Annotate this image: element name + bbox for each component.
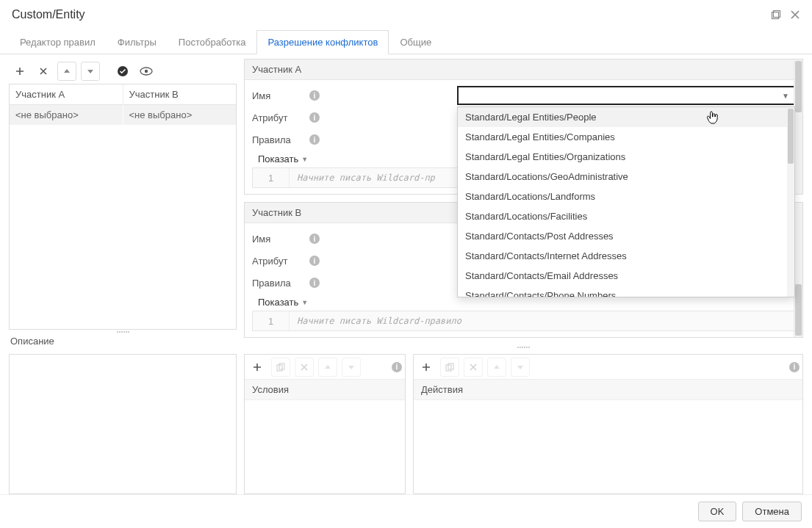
grid-row[interactable]: <не выбрано> <не выбрано>	[10, 105, 236, 125]
info-icon[interactable]: i	[392, 362, 402, 372]
info-icon[interactable]: i	[309, 112, 320, 123]
maximize-icon[interactable]	[766, 5, 786, 24]
conditions-title: Условия	[245, 380, 405, 400]
add-button[interactable]	[248, 358, 267, 377]
info-icon[interactable]: i	[309, 234, 320, 244]
dropdown-item[interactable]: Standard/Locations/Landforms	[458, 187, 794, 206]
preview-icon[interactable]	[137, 62, 156, 81]
ok-button[interactable]: OK	[698, 502, 737, 521]
show-label: Показать	[258, 297, 298, 308]
field-label-name: Имя	[252, 90, 303, 101]
dropdown-item[interactable]: Standard/Locations/GeoAdministrative	[458, 167, 794, 187]
actions-toolbar: i	[414, 355, 802, 380]
check-icon[interactable]	[113, 62, 132, 81]
dropdown-item[interactable]: Standard/Contacts/Post Addresses	[458, 226, 794, 246]
chevron-down-icon: ▼	[301, 299, 308, 306]
participant-a-panel: Участник А Имя i ▼ Standard/Legal Entiti…	[244, 59, 803, 195]
move-up-button[interactable]	[487, 358, 506, 377]
info-icon[interactable]: i	[309, 134, 320, 145]
actions-list	[414, 400, 802, 493]
dialog-footer: OK Отмена	[0, 494, 812, 528]
move-up-button[interactable]	[318, 358, 337, 377]
field-label-rules: Правила	[252, 134, 303, 145]
field-label-attribute: Атрибут	[252, 256, 303, 267]
dropdown-item[interactable]: Standard/Legal Entities/Organizations	[458, 147, 794, 167]
field-label-attribute: Атрибут	[252, 112, 303, 123]
move-down-button[interactable]	[342, 358, 361, 377]
svg-point-4	[145, 70, 148, 73]
line-number: 1	[253, 311, 290, 330]
participants-toolbar	[9, 59, 237, 84]
grid-cell: <не выбрано>	[10, 105, 123, 125]
svg-rect-0	[772, 12, 779, 19]
delete-button[interactable]	[464, 358, 483, 377]
dropdown-item[interactable]: Standard/Legal Entities/Companies	[458, 127, 794, 147]
dropdown-item[interactable]: Standard/Locations/Facilities	[458, 206, 794, 226]
titlebar: Custom/Entity	[0, 0, 812, 29]
svg-rect-1	[774, 11, 780, 18]
show-label: Показать	[258, 153, 298, 164]
move-up-button[interactable]	[57, 62, 76, 81]
show-button[interactable]: Показать ▼	[252, 294, 314, 311]
field-label-rules: Правила	[252, 278, 303, 289]
dropdown-item[interactable]: Standard/Legal Entities/People	[458, 107, 794, 127]
grid-header-b[interactable]: Участник В	[123, 84, 237, 104]
copy-button[interactable]	[440, 358, 459, 377]
code-editor[interactable]: 1 Начните писать Wildcard-правило	[252, 311, 795, 331]
add-button[interactable]	[417, 358, 436, 377]
tabs: Редактор правил Фильтры Постобработка Ра…	[0, 29, 812, 54]
info-icon[interactable]: i	[309, 256, 320, 266]
participants-grid: Участник А Участник В <не выбрано> <не в…	[9, 84, 237, 330]
tab-postprocessing[interactable]: Постобработка	[168, 30, 257, 54]
tab-general[interactable]: Общие	[389, 30, 442, 54]
name-dropdown: Standard/Legal Entities/People Standard/…	[457, 106, 795, 297]
code-placeholder: Начните писать Wildcard-правило	[290, 311, 794, 330]
info-icon[interactable]: i	[309, 278, 320, 288]
drag-handle[interactable]	[502, 345, 546, 350]
close-icon[interactable]	[786, 5, 805, 24]
conditions-list	[245, 400, 405, 493]
copy-button[interactable]	[271, 358, 290, 377]
move-down-button[interactable]	[511, 358, 530, 377]
tab-filters[interactable]: Фильтры	[107, 30, 168, 54]
actions-title: Действия	[414, 380, 802, 400]
dropdown-item[interactable]: Standard/Contacts/Internet Addresses	[458, 246, 794, 266]
info-icon[interactable]: i	[309, 90, 320, 101]
actions-panel: i Действия	[413, 354, 803, 494]
tab-conflict-resolution[interactable]: Разрешение конфликтов	[256, 30, 389, 54]
name-combobox[interactable]: ▼ Standard/Legal Entities/People Standar…	[457, 86, 795, 105]
cancel-button[interactable]: Отмена	[742, 502, 802, 521]
delete-button[interactable]	[34, 62, 53, 81]
show-button[interactable]: Показать ▼	[252, 151, 314, 167]
info-icon[interactable]: i	[789, 362, 800, 372]
chevron-down-icon: ▼	[782, 92, 789, 100]
grid-header-a[interactable]: Участник А	[10, 84, 123, 104]
conditions-toolbar: i	[245, 355, 405, 380]
tab-rules-editor[interactable]: Редактор правил	[9, 30, 107, 54]
description-box[interactable]	[9, 354, 237, 494]
description-label: Описание	[9, 334, 237, 350]
participant-a-title: Участник А	[245, 59, 802, 80]
move-down-button[interactable]	[81, 62, 100, 81]
delete-button[interactable]	[295, 358, 314, 377]
conditions-panel: i Условия	[244, 354, 406, 494]
line-number: 1	[253, 168, 290, 187]
window-title: Custom/Entity	[12, 8, 766, 21]
add-button[interactable]	[10, 62, 29, 81]
dropdown-item[interactable]: Standard/Contacts/Phone Numbers	[458, 286, 794, 297]
field-label-name: Имя	[252, 234, 303, 245]
chevron-down-icon: ▼	[301, 156, 308, 163]
grid-cell: <не выбрано>	[123, 105, 237, 125]
dropdown-scrollbar[interactable]	[787, 107, 794, 297]
dropdown-item[interactable]: Standard/Contacts/Email Addresses	[458, 266, 794, 286]
name-input[interactable]	[463, 90, 782, 101]
